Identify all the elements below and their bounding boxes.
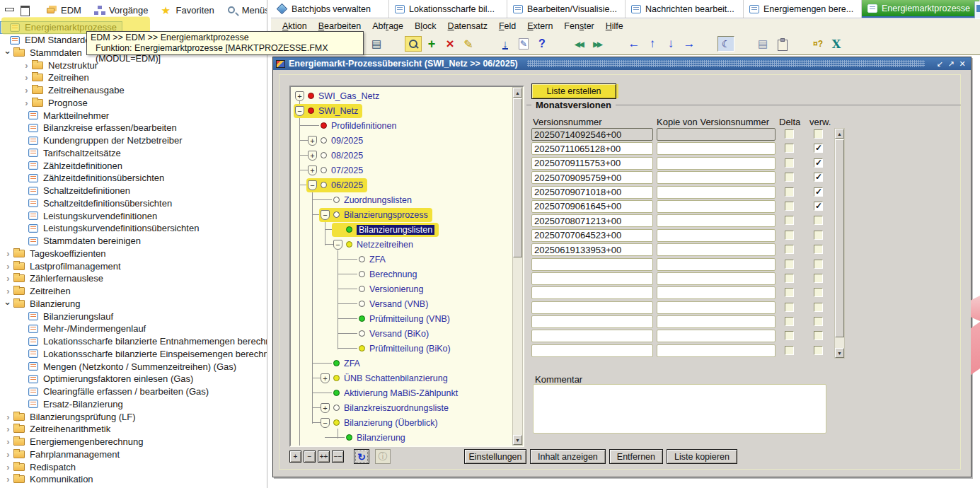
sidebar-item[interactable]: Zählzeitdefinitionsübersichten bbox=[0, 172, 267, 185]
toolbar-icon[interactable] bbox=[791, 36, 808, 52]
verw-checkbox[interactable] bbox=[814, 173, 823, 182]
liste-erstellen-button[interactable]: Liste erstellen bbox=[531, 83, 616, 99]
toolbar-icon[interactable] bbox=[552, 36, 569, 52]
process-tree-node[interactable]: Bilanzierungslisten bbox=[291, 222, 513, 237]
process-tree-node[interactable]: Prüfmitteilung (VNB) bbox=[291, 311, 513, 326]
delta-checkbox[interactable] bbox=[785, 317, 794, 326]
kopie-field[interactable] bbox=[657, 286, 776, 299]
sidebar-item[interactable]: Zeitreihen bbox=[0, 71, 267, 84]
menu-item[interactable]: Feld bbox=[493, 20, 521, 33]
expand-chevron-icon[interactable] bbox=[3, 412, 13, 422]
refresh-button[interactable]: ↻ bbox=[354, 449, 369, 464]
kopie-field[interactable] bbox=[657, 272, 776, 285]
versionsnummer-field[interactable] bbox=[531, 186, 653, 199]
expand-chevron-icon[interactable] bbox=[3, 286, 13, 296]
toolbar-icon[interactable]: ▤ bbox=[754, 36, 771, 52]
tree-expander-icon[interactable] bbox=[321, 210, 330, 220]
action-button[interactable]: Entfernen bbox=[609, 449, 663, 464]
delta-checkbox[interactable] bbox=[785, 187, 794, 197]
delta-checkbox[interactable] bbox=[785, 346, 794, 355]
sidebar-item[interactable]: Stammdaten bereinigen bbox=[0, 235, 267, 248]
tree-expander-icon[interactable] bbox=[321, 418, 330, 428]
delta-checkbox[interactable] bbox=[785, 260, 794, 269]
verw-checkbox[interactable] bbox=[814, 202, 823, 211]
verw-checkbox[interactable] bbox=[814, 331, 823, 340]
verw-checkbox[interactable] bbox=[814, 144, 823, 153]
versionsnummer-field[interactable] bbox=[531, 315, 653, 328]
expand-chevron-icon[interactable] bbox=[3, 436, 13, 447]
kopie-field[interactable] bbox=[657, 171, 776, 184]
sidebar-item[interactable]: Fahrplanmanagement bbox=[0, 448, 267, 461]
toolbar-icon[interactable]: ◀◀ bbox=[570, 36, 587, 52]
document-tab[interactable]: Bearbeiten/Visualisie... bbox=[507, 0, 626, 18]
process-tree-node[interactable]: Netzzeitreihen bbox=[291, 237, 513, 252]
toolbar-icon[interactable]: × bbox=[442, 36, 459, 52]
verw-checkbox[interactable] bbox=[814, 187, 823, 197]
menu-item[interactable]: Fenster bbox=[558, 20, 599, 33]
process-tree-node[interactable]: Berechnung bbox=[291, 267, 513, 281]
tree-expander-icon[interactable] bbox=[321, 373, 330, 383]
process-tree-node[interactable]: Versand (BiKo) bbox=[291, 326, 513, 341]
kopie-field[interactable] bbox=[657, 301, 776, 314]
expand-chevron-icon[interactable] bbox=[3, 248, 13, 259]
toolbar-icon[interactable]: ✎ bbox=[460, 36, 477, 52]
expand-chevron-icon[interactable] bbox=[3, 424, 13, 434]
versionsnummer-field[interactable] bbox=[531, 301, 653, 314]
tree-expander-icon[interactable] bbox=[308, 151, 317, 161]
delta-checkbox[interactable] bbox=[785, 158, 794, 168]
kopie-field[interactable] bbox=[657, 243, 776, 256]
sidebar-item[interactable]: Zeitreihenarithmetik bbox=[0, 423, 267, 436]
kopie-field[interactable] bbox=[657, 214, 776, 227]
toolbar-icon[interactable]: ↓ bbox=[662, 36, 679, 52]
info-button[interactable]: ⓘ bbox=[375, 449, 391, 464]
sidebar-item[interactable]: Ersatz-Bilanzierung bbox=[0, 398, 267, 411]
next-tab-sliver[interactable] bbox=[974, 1, 980, 18]
process-tree-node[interactable]: SWI_Netz bbox=[291, 103, 513, 118]
toolbar-icon[interactable]: ↑ bbox=[644, 36, 661, 52]
verw-checkbox[interactable] bbox=[814, 158, 823, 168]
sidebar-item[interactable]: Zeitreihenausgabe bbox=[0, 84, 267, 97]
window-titlebar[interactable]: Energiemarkt-Prozessübersicht (SWI_Netz … bbox=[273, 57, 971, 70]
toolbar-icon[interactable]: ¤? bbox=[809, 36, 826, 52]
verw-checkbox[interactable] bbox=[814, 317, 823, 326]
expand-chevron-icon[interactable] bbox=[3, 273, 13, 284]
versionsnummer-field[interactable] bbox=[531, 214, 653, 227]
kopie-field[interactable] bbox=[657, 200, 776, 213]
action-button[interactable]: Inhalt anzeigen bbox=[530, 449, 606, 464]
sidebar-item[interactable]: Redispatch bbox=[0, 460, 267, 473]
process-tree-node[interactable]: 09/2025 bbox=[291, 133, 513, 148]
process-tree-node[interactable]: Zuordnungslisten bbox=[291, 192, 513, 207]
expand-chevron-icon[interactable] bbox=[3, 298, 13, 309]
toolbar-icon[interactable] bbox=[699, 36, 716, 52]
verw-checkbox[interactable] bbox=[814, 303, 823, 312]
toolbar-icon[interactable] bbox=[736, 36, 753, 52]
kommentar-textarea[interactable] bbox=[533, 384, 826, 434]
sidebar-item[interactable]: Mehr-/Mindermengenlauf bbox=[0, 323, 267, 335]
document-tab[interactable]: Batchjobs verwalten bbox=[271, 0, 389, 18]
versionsnummer-field[interactable] bbox=[531, 200, 653, 213]
document-tab[interactable]: Lokationsscharfe bil... bbox=[389, 0, 507, 18]
sidebar-item[interactable]: Schaltzeitdefinitionen bbox=[0, 185, 267, 197]
process-tree-node[interactable]: ZFA bbox=[291, 252, 513, 267]
scroll-up-icon[interactable]: ▲ bbox=[513, 88, 522, 98]
process-tree-node[interactable]: Bilanzierung bbox=[291, 430, 513, 445]
tree-expander-icon[interactable] bbox=[308, 136, 317, 146]
sidebar-item[interactable]: Prognose bbox=[0, 97, 267, 110]
delta-checkbox[interactable] bbox=[785, 129, 794, 139]
toolbar-icon[interactable] bbox=[607, 36, 624, 52]
process-tree-node[interactable]: Bilanzkreiszuordnungsliste bbox=[291, 400, 513, 415]
collapse-node-button[interactable]: − bbox=[304, 451, 316, 463]
sidebar-item[interactable]: Leistungskurvendefinitionen bbox=[0, 209, 267, 222]
versionsnummer-field[interactable] bbox=[531, 330, 653, 342]
kopie-field[interactable] bbox=[657, 344, 776, 357]
versionsnummer-field[interactable] bbox=[531, 286, 653, 299]
menu-item[interactable]: Block bbox=[409, 20, 442, 33]
delta-checkbox[interactable] bbox=[785, 231, 794, 240]
expand-chevron-icon[interactable] bbox=[3, 449, 13, 460]
verw-checkbox[interactable] bbox=[814, 129, 823, 139]
table-scrollbar[interactable]: ▲ ▼ bbox=[834, 128, 845, 359]
delta-checkbox[interactable] bbox=[785, 173, 794, 182]
versionsnummer-field[interactable] bbox=[531, 142, 653, 155]
expand-chevron-icon[interactable] bbox=[21, 85, 32, 95]
expand-chevron-icon[interactable] bbox=[3, 462, 13, 472]
